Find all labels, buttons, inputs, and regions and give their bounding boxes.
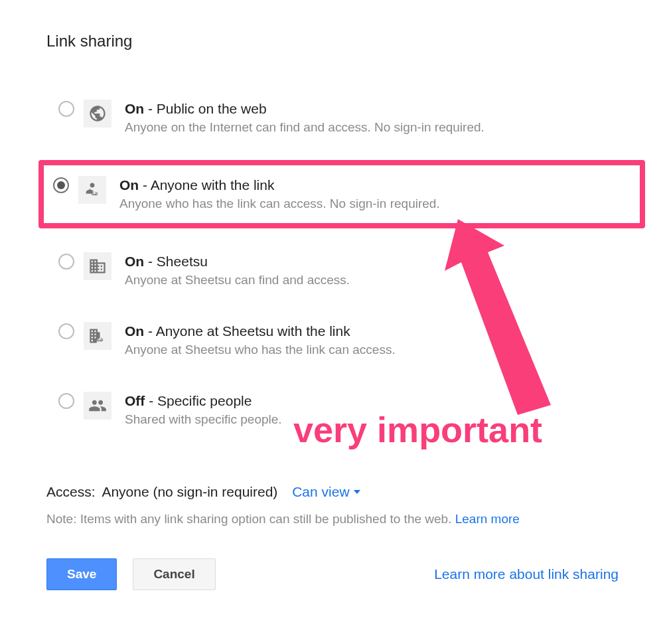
save-button[interactable]: Save <box>46 558 117 590</box>
option-label: On - Sheetsu <box>125 252 613 270</box>
option-public-on-web[interactable]: On - Public on the web Anyone on the Int… <box>46 90 619 145</box>
access-permission-dropdown[interactable]: Can view <box>292 484 360 500</box>
radio-anyone-with-link[interactable] <box>53 177 69 193</box>
option-desc: Shared with specific people. <box>125 411 613 428</box>
option-org-with-link[interactable]: On - Anyone at Sheetsu with the link Any… <box>46 313 619 368</box>
radio-org[interactable] <box>58 254 74 270</box>
radio-public-on-web[interactable] <box>58 101 74 117</box>
option-desc: Anyone at Sheetsu can find and access. <box>125 272 613 289</box>
option-desc: Anyone who has the link can access. No s… <box>119 195 600 212</box>
caret-down-icon <box>354 490 360 494</box>
option-label: On - Public on the web <box>125 100 613 118</box>
option-label: On - Anyone with the link <box>119 176 600 194</box>
option-desc: Anyone on the Internet can find and acce… <box>125 119 613 136</box>
access-label: Access: <box>46 484 96 499</box>
building-icon <box>84 252 111 280</box>
option-specific-people[interactable]: Off - Specific people Shared with specif… <box>46 382 619 438</box>
learn-more-link-sharing[interactable]: Learn more about link sharing <box>434 566 619 582</box>
option-org[interactable]: On - Sheetsu Anyone at Sheetsu can find … <box>46 243 619 298</box>
option-desc: Anyone at Sheetsu who has the link can a… <box>125 341 613 359</box>
learn-more-link[interactable]: Learn more <box>455 512 520 526</box>
note-row: Note: Items with any link sharing option… <box>46 512 619 526</box>
person-link-icon <box>78 176 106 204</box>
access-value: Anyone (no sign-in required) <box>102 484 277 499</box>
access-row: Access: Anyone (no sign-in required) Can… <box>46 484 619 500</box>
page-title: Link sharing <box>46 32 619 50</box>
people-icon <box>84 392 111 420</box>
radio-org-with-link[interactable] <box>58 323 74 339</box>
radio-specific-people[interactable] <box>58 393 74 409</box>
option-anyone-with-link[interactable]: On - Anyone with the link Anyone who has… <box>38 160 645 228</box>
building-link-icon <box>84 322 111 350</box>
option-label: On - Anyone at Sheetsu with the link <box>125 322 613 340</box>
option-label: Off - Specific people <box>125 392 613 410</box>
sharing-options: On - Public on the web Anyone on the Int… <box>46 90 619 438</box>
globe-icon <box>84 100 111 127</box>
cancel-button[interactable]: Cancel <box>133 558 215 590</box>
